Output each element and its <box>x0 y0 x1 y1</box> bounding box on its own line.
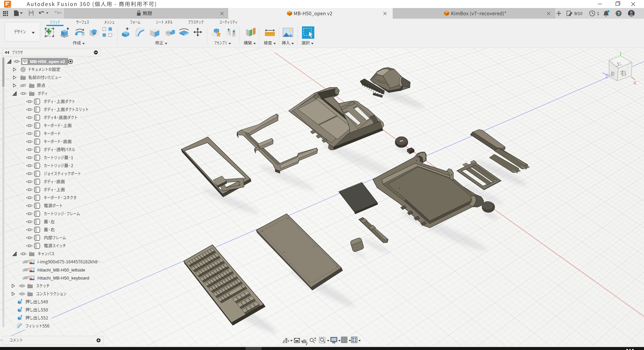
svg-text:?: ? <box>617 11 620 16</box>
svg-text:9/10: 9/10 <box>574 11 582 16</box>
svg-text:360: 360 <box>8 6 11 8</box>
svg-text:Hitachi_MB-H50_keyboard: Hitachi_MB-H50_keyboard <box>37 276 89 281</box>
svg-text:1: 1 <box>597 11 599 16</box>
svg-text:Z: Z <box>605 74 608 79</box>
svg-text:MB-H50_open v2: MB-H50_open v2 <box>30 59 65 64</box>
svg-text:Hitachi_MB-H50_leftside: Hitachi_MB-H50_leftside <box>37 268 85 273</box>
svg-text:X: X <box>633 80 637 85</box>
